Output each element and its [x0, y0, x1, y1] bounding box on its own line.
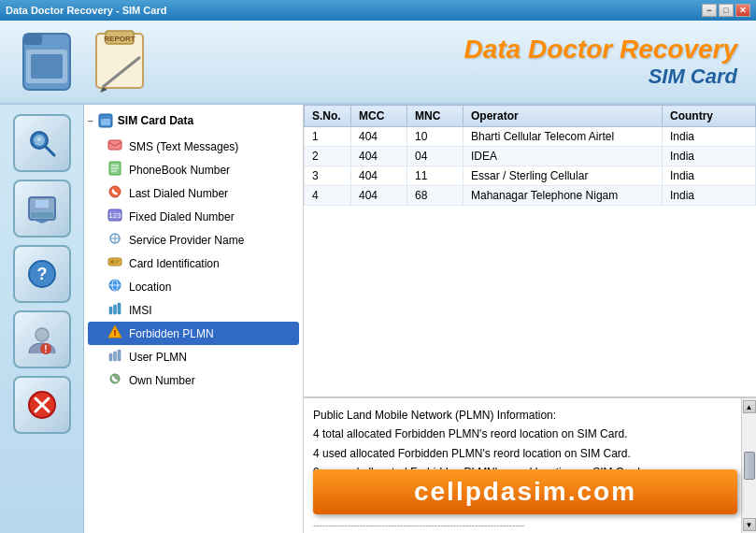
table-row: 440468Mahanagar Telephone NigamIndia — [305, 186, 756, 206]
promo-banner: cellpdasim.com — [313, 469, 737, 514]
cell-mnc-3: 68 — [407, 186, 464, 206]
svg-point-18 — [36, 328, 49, 341]
info-line-0: 4 total allocated Forbidden PLMN's reord… — [313, 425, 732, 443]
tree-root-label: SIM Card Data — [118, 114, 193, 127]
tree-item-last_dialed[interactable]: Last Dialed Number — [88, 181, 299, 205]
tree-root: − SIM Card Data — [88, 112, 299, 129]
info-line-5: ----------------------------------------… — [313, 517, 732, 533]
cell-sno-0: 1 — [305, 127, 351, 147]
window-close-button[interactable]: ✕ — [735, 4, 750, 17]
sim-card-tree-icon — [97, 112, 114, 129]
svg-rect-2 — [31, 54, 63, 79]
svg-line-11 — [46, 147, 54, 155]
scroll-up-arrow[interactable]: ▲ — [743, 400, 756, 413]
col-header-mnc: MNC — [407, 106, 464, 127]
svg-rect-26 — [108, 140, 121, 150]
svg-text:123: 123 — [108, 211, 121, 220]
tree-item-user_plmn[interactable]: User PLMN — [88, 345, 299, 368]
tree-expand-icon[interactable]: − — [88, 116, 93, 126]
svg-rect-53 — [118, 350, 121, 361]
svg-text:!: ! — [114, 328, 117, 338]
cell-country-1: India — [663, 147, 756, 166]
svg-rect-14 — [31, 212, 53, 218]
tree-item-fixed_dialed[interactable]: 123Fixed Dialed Number — [88, 205, 299, 228]
tree-item-label-fixed_dialed: Fixed Dialed Number — [129, 210, 235, 223]
table-area[interactable]: S.No.MCCMNCOperatorCountry 140410Bharti … — [304, 105, 756, 397]
cell-operator-2: Essar / Sterling Cellular — [464, 166, 663, 186]
scroll-thumb[interactable] — [744, 452, 755, 480]
tree-item-label-card_id: Card Identification — [129, 257, 220, 270]
info-panel: Public Land Mobile Network (PLMN) Inform… — [304, 397, 756, 533]
svg-rect-15 — [35, 199, 50, 209]
user-button[interactable]: ! — [13, 310, 71, 368]
tree-item-label-sms: SMS (Text Messages) — [129, 140, 238, 153]
tree-item-sms[interactable]: SMS (Text Messages) — [88, 135, 299, 158]
help-button[interactable]: ? — [13, 245, 71, 303]
info-scrollbar[interactable]: ▲ ▼ — [741, 398, 756, 533]
tree-item-icon-forbidden_plmn: ! — [107, 324, 123, 342]
report-icon: REPORT — [89, 29, 159, 94]
tree-item-label-phonebook: PhoneBook Number — [129, 164, 230, 177]
tree-item-icon-card_id — [107, 254, 123, 272]
search-button[interactable] — [13, 114, 71, 172]
scroll-down-arrow[interactable]: ▼ — [743, 518, 756, 531]
plmn-table: S.No.MCCMNCOperatorCountry 140410Bharti … — [304, 105, 756, 206]
tree-item-imsi[interactable]: IMSI — [88, 298, 299, 322]
svg-rect-46 — [109, 307, 112, 314]
cell-country-3: India — [663, 186, 756, 206]
tree-item-icon-location — [107, 278, 123, 295]
svg-rect-51 — [109, 353, 112, 361]
app-title-line2: SIM Card — [464, 65, 737, 89]
cell-mnc-1: 04 — [407, 147, 464, 166]
tree-item-label-forbidden_plmn: Forbidden PLMN — [129, 327, 214, 340]
content-panel: S.No.MCCMNCOperatorCountry 140410Bharti … — [304, 105, 756, 533]
tree-item-icon-user_plmn — [107, 348, 123, 366]
tree-item-icon-service_provider — [107, 231, 123, 249]
tree-item-own_number[interactable]: Own Number — [88, 368, 299, 392]
cell-mcc-2: 404 — [351, 166, 407, 186]
maximize-button[interactable]: □ — [719, 4, 734, 17]
exit-button[interactable] — [13, 376, 71, 434]
cell-mcc-1: 404 — [351, 147, 407, 166]
tree-item-icon-imsi — [107, 301, 123, 319]
header: REPORT Data Doctor Recovery SIM Card — [0, 21, 756, 105]
svg-point-12 — [37, 137, 41, 141]
info-title: Public Land Mobile Network (PLMN) Inform… — [313, 406, 732, 425]
col-header-mcc: MCC — [351, 106, 407, 127]
title-bar: Data Doctor Recovery - SIM Card − □ ✕ — [0, 0, 756, 21]
svg-rect-40 — [110, 260, 114, 264]
tree-item-label-imsi: IMSI — [129, 304, 152, 317]
minimize-button[interactable]: − — [702, 4, 717, 17]
cell-operator-0: Bharti Cellular Telecom Airtel — [464, 127, 663, 147]
tree-items: SMS (Text Messages)PhoneBook NumberLast … — [88, 135, 299, 392]
col-header-sno: S.No. — [305, 106, 351, 127]
save-button[interactable] — [13, 180, 71, 238]
table-body: 140410Bharti Cellular Telecom AirtelIndi… — [305, 127, 756, 206]
tree-item-location[interactable]: Location — [88, 275, 299, 298]
svg-rect-47 — [114, 305, 117, 314]
svg-rect-52 — [114, 352, 117, 361]
table-row: 140410Bharti Cellular Telecom AirtelIndi… — [305, 127, 756, 147]
cell-operator-1: IDEA — [464, 147, 663, 166]
tree-item-icon-own_number — [107, 371, 123, 389]
cell-mnc-2: 11 — [407, 166, 464, 186]
tree-item-label-service_provider: Service Provider Name — [129, 234, 244, 247]
tree-item-service_provider[interactable]: Service Provider Name — [88, 228, 299, 252]
app-title-line1: Data Doctor Recovery — [464, 35, 737, 65]
cell-mcc-3: 404 — [351, 186, 407, 206]
svg-rect-25 — [101, 119, 110, 125]
tree-panel: − SIM Card Data SMS (Text Messages)Phone… — [84, 105, 304, 533]
tree-item-icon-fixed_dialed: 123 — [107, 208, 123, 225]
svg-rect-48 — [118, 303, 121, 314]
tree-item-label-location: Location — [129, 281, 171, 294]
tree-item-forbidden_plmn[interactable]: !Forbidden PLMN — [88, 322, 299, 345]
table-row: 340411Essar / Sterling CellularIndia — [305, 166, 756, 186]
tree-item-icon-last_dialed — [107, 184, 123, 202]
info-line-1: 4 used allocated Forbidden PLMN's reord … — [313, 444, 732, 463]
svg-text:REPORT: REPORT — [104, 35, 135, 43]
tree-item-phonebook[interactable]: PhoneBook Number — [88, 158, 299, 181]
sidebar-buttons: ? ! — [0, 105, 84, 533]
svg-text:?: ? — [36, 265, 47, 283]
cell-country-0: India — [663, 127, 756, 147]
tree-item-card_id[interactable]: Card Identification — [88, 252, 299, 275]
